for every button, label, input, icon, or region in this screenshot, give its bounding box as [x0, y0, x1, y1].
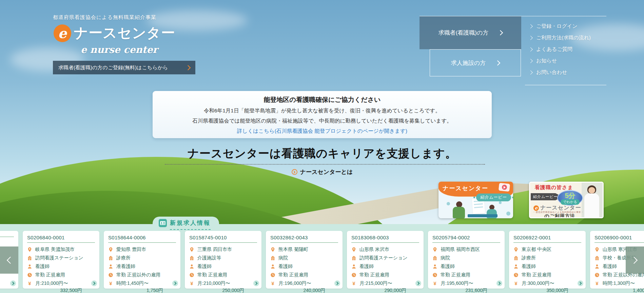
- page: 都道府県看護協会による無料職業紹介事業 e ナースセンター e nurse ce…: [0, 0, 644, 293]
- job-role: 准看護師: [116, 263, 135, 270]
- card-chevron-icon: [10, 280, 16, 286]
- job-facility-type: 病院: [441, 255, 450, 261]
- banner-logo-title: ナースセンター: [540, 204, 581, 212]
- clock-icon: [594, 272, 600, 278]
- nurse-photo: [582, 183, 603, 217]
- job-card[interactable]: S0183068-0003 山形県 米沢市 訪問看護ステーション 看護師 常勤 …: [347, 231, 424, 289]
- job-card[interactable]: S0158745-0010 三重県 四日市市 介護施設等 看護師 常勤 正規雇用…: [185, 231, 261, 289]
- notice-detail-link[interactable]: 詳しくはこちら(石川県看護協会 能登プロジェクトのページが開きます): [153, 128, 492, 135]
- chevron-right-icon: [528, 24, 533, 29]
- job-role: 看護師: [35, 263, 50, 270]
- job-employment: 常勤 正規雇用: [278, 272, 308, 278]
- job-id: S0206922-0001: [513, 235, 581, 243]
- building-icon: [351, 255, 356, 261]
- job-salary-line1: 月:300,000円〜: [522, 280, 554, 287]
- nav-menu-item[interactable]: ご登録・ログイン: [529, 20, 606, 32]
- job-role: 看護師: [197, 263, 212, 270]
- person-icon: [27, 264, 32, 269]
- person-icon: [513, 264, 519, 269]
- job-card[interactable]: S0032862-0043 熊本県 菊陽町 病院 看護師 常勤 正規雇用 ¥月:…: [266, 231, 343, 289]
- nav-menu-item[interactable]: ご利用方法(求職の流れ): [529, 32, 606, 43]
- job-salary-line2: 231,600円: [432, 288, 500, 293]
- building-icon: [189, 255, 194, 261]
- minutes-caption: でわかる: [561, 199, 580, 205]
- site-logo[interactable]: e ナースセンター: [54, 24, 175, 42]
- carousel-next-button[interactable]: [626, 246, 644, 274]
- dot-decor: [506, 212, 510, 216]
- dot-decor: [499, 201, 502, 204]
- building-icon: [513, 255, 519, 261]
- carousel-prev-button[interactable]: [0, 246, 18, 274]
- person-illustration: [453, 207, 465, 218]
- job-salary-line2: 1,750円: [108, 288, 176, 293]
- location-pin-icon: [270, 247, 275, 252]
- nav-menu-item-label: ご登録・ログイン: [536, 23, 578, 30]
- site-tagline: 都道府県看護協会による無料職業紹介事業: [53, 14, 156, 21]
- clock-icon: [189, 272, 194, 278]
- location-pin-icon: [27, 247, 32, 252]
- nav-job-seeker-label: 求職者(看護職)の方: [438, 29, 489, 37]
- nav-menu-item-label: お問い合わせ: [536, 69, 567, 76]
- usage-guide-banner[interactable]: 看護職の皆さま 紹介ムービー 5分 でわかる e ナースセンター − 都道府県看…: [529, 182, 604, 218]
- register-button[interactable]: 求職者(看護職)の方のご登録(無料)はこちらから: [53, 61, 195, 74]
- play-video-icon: [499, 183, 510, 191]
- minutes-label: 5分: [565, 192, 575, 199]
- job-role: 看護師: [441, 263, 455, 270]
- about-link-label: ナースセンターとは: [300, 168, 353, 176]
- yen-icon: ¥: [513, 280, 519, 286]
- nav-menu-item[interactable]: お問い合わせ: [529, 67, 606, 78]
- job-location: 山形県 米沢市: [359, 246, 389, 253]
- logo-subtitle: e nurse center: [81, 44, 158, 55]
- yen-icon: ¥: [432, 280, 437, 286]
- building-icon: [27, 255, 32, 261]
- nav-menu-item-label: よくあるご質問: [536, 46, 572, 53]
- about-nurse-center-link[interactable]: ナースセンターとは: [149, 168, 495, 176]
- clock-icon: [351, 272, 356, 278]
- job-salary-line2: 290,000円: [351, 288, 419, 293]
- job-salary-line1: 月:195,600円〜: [441, 280, 473, 287]
- nav-menu-item[interactable]: お知らせ: [529, 55, 606, 67]
- job-id: S0158745-0010: [189, 235, 257, 243]
- chevron-left-icon: [6, 256, 14, 263]
- job-card[interactable]: S0206840-0001 岐阜県 美濃加茂市 訪問看護ステーション 看護師 常…: [23, 231, 99, 289]
- clock-icon: [27, 272, 32, 278]
- job-role: 看護師: [359, 263, 374, 270]
- job-role: 看護師: [522, 263, 536, 270]
- location-pin-icon: [108, 247, 113, 252]
- intro-movie-banner[interactable]: ナースセンター 紹介ムービー: [438, 182, 513, 218]
- job-salary-line1: 時間:1,450円〜: [116, 280, 149, 287]
- job-employment: 常勤 正規雇用: [35, 272, 65, 278]
- job-card[interactable]: S0158644-0006 愛知県 豊田市 診療所 准看護師 常勤 正規以外の雇…: [104, 231, 180, 289]
- nav-job-seeker-button[interactable]: 求職者(看護職)の方: [419, 16, 521, 49]
- chevron-right-icon: [528, 70, 533, 75]
- job-facility-type: 診療所: [522, 255, 536, 261]
- location-pin-icon: [513, 247, 519, 252]
- job-salary-line2: 350,000円: [513, 288, 581, 293]
- job-card[interactable]: S0206922-0001 東京都 中央区 診療所 看護師 常勤 正規雇用 ¥月…: [509, 231, 586, 289]
- job-employment: 常勤 正規以外の雇用: [116, 272, 160, 278]
- nav-menu-item[interactable]: よくあるご質問: [529, 43, 606, 55]
- job-facility-type: 訪問看護ステーション: [359, 255, 408, 261]
- job-location: 福岡県 福岡市西区: [441, 246, 480, 253]
- yen-icon: ¥: [594, 280, 600, 286]
- banner-audience: 看護職の皆さま: [535, 184, 573, 191]
- clock-icon: [108, 272, 113, 278]
- job-id: S0032862-0043: [270, 235, 338, 243]
- clock-icon: [513, 272, 519, 278]
- job-facility-type: 診療所: [116, 255, 131, 261]
- location-pin-icon: [594, 247, 600, 252]
- person-icon: [594, 264, 600, 269]
- job-salary-line1: 月:215,000円〜: [359, 280, 392, 287]
- chevron-right-icon: [495, 60, 501, 66]
- job-location: 岐阜県 美濃加茂市: [35, 246, 75, 253]
- hero-headline: ナースセンターは看護職のキャリアを支援します。: [149, 146, 495, 161]
- dot-decor: [447, 202, 450, 205]
- person-icon: [351, 264, 356, 269]
- clock-icon: [270, 272, 275, 278]
- section-header: 新規求人情報: [159, 219, 211, 230]
- yen-icon: ¥: [351, 280, 356, 286]
- job-facility-type: 病院: [278, 255, 288, 261]
- banner-logo: e ナースセンター: [533, 204, 581, 212]
- job-card[interactable]: S0205794-0002 福岡県 福岡市西区 病院 看護師 常勤 正規雇用 ¥…: [428, 231, 505, 289]
- nav-facility-button[interactable]: 求人施設の方: [430, 49, 521, 76]
